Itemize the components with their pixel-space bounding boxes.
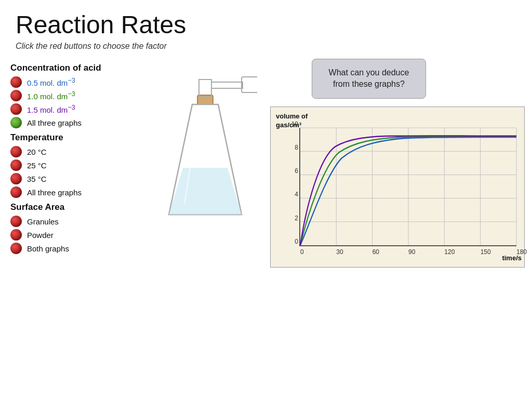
right-panel: What can you deduce from these graphs? v… (265, 59, 525, 268)
temp-35-dot[interactable] (10, 173, 22, 184)
temp-all-label: All three graphs (27, 188, 82, 197)
x-label-90: 90 (408, 248, 415, 256)
graph-area: volume of gas/cm³ 10 8 6 4 2 0 0 30 60 9… (270, 107, 525, 268)
conc-05-dot[interactable] (10, 76, 22, 88)
sa-powder-option[interactable]: Powder (10, 229, 145, 241)
flask-panel (145, 59, 265, 268)
temp-all-dot[interactable] (10, 187, 22, 198)
temp-20-label: 20 °C (27, 148, 47, 156)
x-label-0: 0 (300, 248, 304, 256)
y-label-2: 2 (295, 215, 298, 222)
sa-granules-option[interactable]: Granules (10, 216, 145, 227)
x-label-120: 120 (444, 248, 455, 256)
graph-svg (300, 128, 516, 245)
conc-15-label: 1.5 mol. dm−3 (27, 104, 75, 114)
svg-rect-1 (199, 79, 211, 96)
temperature-section-title: Temperature (10, 132, 145, 143)
x-label-60: 60 (373, 248, 379, 256)
sa-both-option[interactable]: Both graphs (10, 243, 145, 254)
temp-25-label: 25 °C (27, 161, 47, 170)
sa-powder-dot[interactable] (10, 229, 22, 241)
temp-35-option[interactable]: 35 °C (10, 173, 145, 184)
temp-20-dot[interactable] (10, 146, 22, 157)
svg-rect-3 (242, 77, 257, 92)
sa-both-label: Both graphs (27, 244, 69, 253)
y-label-8: 8 (295, 144, 298, 151)
conc-15-option[interactable]: 1.5 mol. dm−3 (10, 103, 145, 115)
temp-35-label: 35 °C (27, 175, 47, 183)
graph-inner: 10 8 6 4 2 0 0 30 60 90 120 150 180 time… (299, 128, 516, 246)
axis-x-title: time/s (502, 254, 522, 262)
conc-10-option[interactable]: 1.0 mol. dm−3 (10, 90, 145, 101)
concentration-section-title: Concentration of acid (10, 63, 145, 73)
left-panel: Concentration of acid 0.5 mol. dm−3 1.0 … (10, 59, 145, 268)
conc-10-dot[interactable] (10, 90, 22, 101)
sa-powder-label: Powder (27, 231, 54, 240)
page-subtitle: Click the red buttons to choose the fact… (0, 42, 532, 59)
flask-svg (153, 64, 257, 256)
conc-15-dot[interactable] (10, 103, 22, 115)
sa-granules-dot[interactable] (10, 216, 22, 227)
conc-05-option[interactable]: 0.5 mol. dm−3 (10, 76, 145, 88)
sa-both-dot[interactable] (10, 243, 22, 254)
temp-20-option[interactable]: 20 °C (10, 146, 145, 157)
x-label-150: 150 (481, 248, 491, 256)
x-label-30: 30 (336, 248, 343, 256)
y-label-0: 0 (295, 238, 298, 245)
conc-10-label: 1.0 mol. dm−3 (27, 90, 75, 101)
svg-rect-2 (211, 82, 243, 88)
conc-all-label: All three graphs (27, 118, 82, 127)
y-label-10: 10 (291, 121, 298, 128)
conc-05-label: 0.5 mol. dm−3 (27, 77, 75, 87)
temp-all-option[interactable]: All three graphs (10, 187, 145, 198)
deduction-box: What can you deduce from these graphs? (312, 59, 426, 99)
y-label-4: 4 (295, 191, 298, 198)
temp-25-dot[interactable] (10, 159, 22, 171)
surface-area-section-title: Surface Area (10, 202, 145, 212)
conc-all-option[interactable]: All three graphs (10, 117, 145, 128)
page-title: Reaction Rates (0, 0, 532, 42)
conc-all-dot[interactable] (10, 117, 22, 128)
temp-25-option[interactable]: 25 °C (10, 159, 145, 171)
y-label-6: 6 (295, 167, 298, 175)
sa-granules-label: Granules (27, 217, 59, 226)
